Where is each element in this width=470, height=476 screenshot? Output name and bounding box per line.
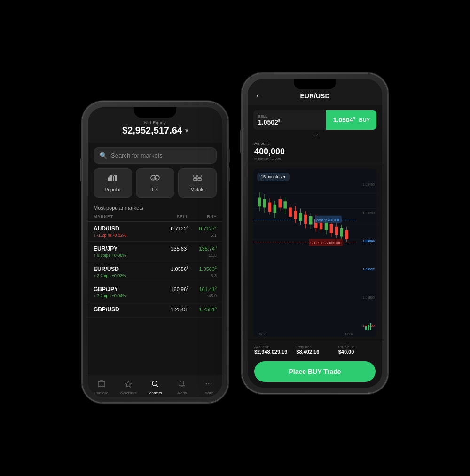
place-buy-trade-button[interactable]: Place BUY Trade [254, 361, 376, 382]
svg-rect-1 [110, 175, 112, 181]
nav-alerts-label: Alerts [177, 391, 187, 395]
category-fx[interactable]: $ € FX [136, 168, 174, 198]
svg-rect-10 [194, 178, 197, 181]
buy-price: 1.05045 [333, 116, 355, 124]
amount-minimum: Minimum: 1,000 [254, 157, 376, 161]
sell-side[interactable]: SELL 1.05029 [253, 114, 326, 126]
buy-side[interactable]: 1.05045 BUY [326, 110, 376, 130]
phones-container: Net Equity $2,952,517.64 ▾ 🔍 Search for … [0, 0, 470, 476]
stat-required: Required $8,402.16 [296, 345, 333, 355]
metals-icon [192, 174, 203, 184]
nav-markets[interactable]: Markets [141, 380, 168, 395]
svg-rect-69 [365, 326, 367, 330]
right-phone-screen: ← EUR/USD SELL 1.05029 1.05045 BUY 1.2 [248, 79, 382, 388]
more-icon [205, 380, 212, 389]
alerts-icon [178, 380, 186, 389]
power-btn[interactable] [80, 158, 82, 182]
timeframe-button[interactable]: 15 minutes ▾ [257, 173, 290, 181]
svg-text:STOP LOSS  400 000: STOP LOSS 400 000 [310, 241, 340, 245]
stat-available: Available $2,948,029.19 [254, 345, 291, 355]
buy-button-label: BUY [359, 117, 370, 123]
left-phone-screen: Net Equity $2,952,517.64 ▾ 🔍 Search for … [88, 107, 222, 397]
svg-text:×: × [338, 241, 340, 245]
svg-rect-30 [263, 199, 266, 207]
chart-container: 15 minutes ▾ 1.05400 1.05200 1.05044 1.0… [253, 169, 376, 337]
watchlists-icon [125, 380, 132, 389]
timeframe-label: 15 minutes [261, 175, 282, 179]
svg-rect-42 [294, 211, 297, 219]
svg-rect-8 [194, 175, 197, 177]
table-row[interactable]: AUD/USD 0.71226 0.71277 ↓ -1.2pips -0.02… [88, 222, 222, 242]
svg-rect-38 [283, 201, 287, 208]
table-row[interactable]: GBP/USD 1.25439 1.25515 [88, 302, 222, 318]
svg-text:×: × [337, 218, 339, 222]
svg-rect-62 [345, 230, 348, 239]
category-metals[interactable]: Metals [178, 168, 217, 198]
chevron-down-icon[interactable]: ▾ [185, 127, 188, 134]
volume-down-btn[interactable] [228, 167, 230, 182]
svg-rect-2 [113, 176, 114, 181]
net-equity-value: $2,952,517.64 ▾ [95, 125, 215, 136]
markets-table: MARKET SELL BUY AUD/USD 0.71226 0.71277 … [88, 213, 222, 376]
svg-rect-9 [198, 175, 201, 177]
category-popular[interactable]: Popular [94, 168, 132, 198]
nav-portfolio[interactable]: Portfolio [88, 380, 115, 395]
svg-rect-11 [198, 178, 201, 181]
back-arrow-icon[interactable]: ← [255, 92, 263, 100]
svg-rect-48 [309, 216, 313, 224]
th-buy: BUY [188, 214, 217, 219]
svg-rect-70 [368, 325, 369, 330]
table-header: MARKET SELL BUY [88, 213, 222, 222]
table-row[interactable]: EUR/USD 1.05569 1.05632 ↑ 2.7pips +0.03%… [88, 262, 222, 282]
svg-rect-46 [304, 215, 307, 224]
sell-price: 1.05029 [258, 119, 280, 126]
svg-rect-0 [108, 177, 110, 181]
svg-rect-58 [335, 227, 338, 235]
time-labels: 06:00 12:00 [258, 333, 353, 336]
category-grid: Popular $ € FX [88, 168, 222, 202]
most-popular-title: Most popular markets [88, 202, 222, 213]
nav-watchlists[interactable]: Watchlists [115, 380, 141, 395]
svg-rect-44 [299, 213, 302, 221]
bottom-nav: Portfolio Watchlists [88, 376, 222, 397]
right-power-btn[interactable] [240, 130, 242, 153]
svg-rect-12 [98, 381, 105, 387]
svg-rect-3 [115, 175, 117, 181]
timeframe-chevron-icon: ▾ [283, 175, 286, 179]
svg-rect-56 [330, 224, 333, 233]
volume-up-btn[interactable] [228, 149, 230, 163]
svg-point-20 [211, 383, 212, 384]
portfolio-icon [98, 380, 105, 389]
right-notch [294, 79, 336, 89]
nav-portfolio-label: Portfolio [94, 391, 108, 395]
search-bar[interactable]: 🔍 Search for markets [94, 147, 217, 164]
amount-section: Amount 400,000 Minimum: 1,000 [248, 141, 382, 165]
markets-icon [151, 380, 159, 389]
fx-label: FX [152, 187, 158, 192]
popular-icon [108, 174, 118, 184]
trade-row: SELL 1.05029 1.05045 BUY [253, 110, 376, 130]
metals-label: Metals [190, 187, 204, 192]
svg-rect-36 [278, 199, 282, 207]
svg-rect-32 [268, 202, 272, 212]
svg-rect-71 [370, 323, 371, 330]
amount-value[interactable]: 400,000 [254, 147, 376, 157]
svg-rect-34 [274, 205, 277, 213]
pair-title: EUR/USD [300, 92, 329, 100]
svg-point-19 [208, 383, 209, 384]
th-sell: SELL [160, 214, 188, 219]
svg-rect-28 [258, 198, 261, 207]
nav-alerts[interactable]: Alerts [169, 380, 196, 395]
sell-label: SELL [258, 114, 267, 119]
stat-pip-value: PIP Value $40.00 [338, 345, 376, 355]
chart-icon [364, 323, 373, 333]
amount-label: Amount [254, 141, 376, 146]
popular-label: Popular [105, 187, 121, 192]
stats-row: Available $2,948,029.19 Required $8,402.… [248, 341, 382, 358]
svg-text:position  400 000: position 400 000 [316, 218, 339, 222]
search-icon: 🔍 [100, 152, 107, 159]
table-row[interactable]: EUR/JPY 135.630 135.748 ↑ 8.1pips +0.06%… [88, 242, 222, 262]
nav-more[interactable]: More [196, 380, 222, 395]
table-row[interactable]: GBP/JPY 160.965 161.415 ↑ 7.2pips +0.04%… [88, 282, 222, 302]
right-screen: ← EUR/USD SELL 1.05029 1.05045 BUY 1.2 [248, 79, 382, 388]
